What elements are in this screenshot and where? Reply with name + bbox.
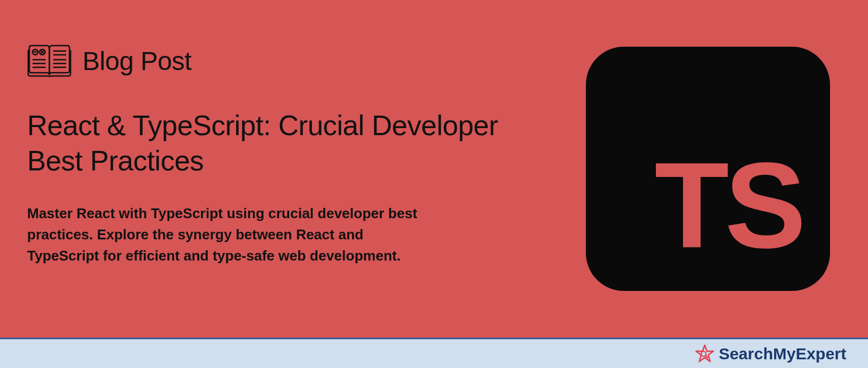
- brand-name: SearchMyExpert: [719, 345, 846, 363]
- blog-banner: Blog Post React & TypeScript: Crucial De…: [0, 0, 868, 338]
- typescript-logo: TS: [586, 47, 830, 291]
- typescript-logo-text: TS: [654, 144, 802, 267]
- category-label: Blog Post: [82, 46, 192, 76]
- footer-bar: SearchMyExpert: [0, 338, 868, 368]
- article-headline: React & TypeScript: Crucial Developer Be…: [27, 108, 559, 179]
- svg-line-11: [705, 356, 707, 358]
- ts-logo-container: TS: [586, 0, 868, 338]
- article-description: Master React with TypeScript using cruci…: [27, 203, 418, 267]
- content-area: Blog Post React & TypeScript: Crucial De…: [0, 0, 586, 338]
- star-icon: [695, 344, 714, 364]
- brand-logo: SearchMyExpert: [695, 344, 846, 364]
- category-row: Blog Post: [27, 43, 559, 78]
- book-icon: [27, 43, 72, 78]
